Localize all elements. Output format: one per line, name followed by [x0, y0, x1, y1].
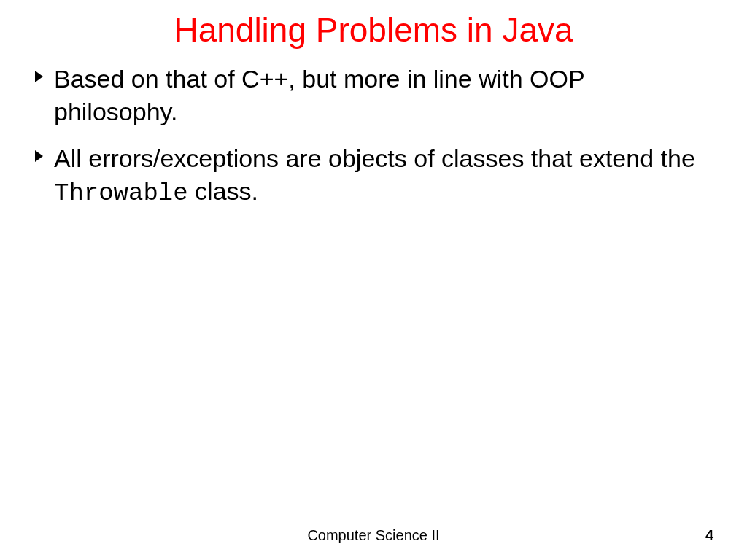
page-number: 4: [705, 527, 713, 544]
bullet-item: All errors/exceptions are objects of cla…: [35, 142, 712, 210]
bullet-text-pre: Based on that of C++, but more in line w…: [54, 65, 584, 125]
bullet-text-mono: Throwable: [54, 179, 188, 207]
bullet-triangle-icon: [35, 150, 43, 162]
footer-text: Computer Science II: [307, 527, 439, 543]
slide-content: Based on that of C++, but more in line w…: [0, 63, 747, 210]
bullet-item: Based on that of C++, but more in line w…: [35, 63, 712, 131]
bullet-text-post: class.: [188, 177, 258, 205]
bullet-text-pre: All errors/exceptions are objects of cla…: [54, 144, 695, 172]
slide-title: Handling Problems in Java: [0, 0, 747, 63]
slide-footer: Computer Science II: [0, 527, 747, 544]
bullet-triangle-icon: [35, 71, 43, 82]
